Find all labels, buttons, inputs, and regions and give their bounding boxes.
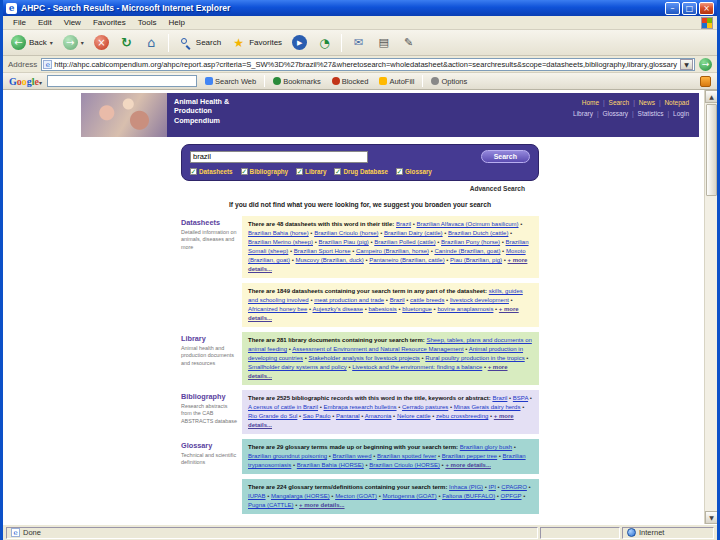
forward-dropdown-icon[interactable]: ▾ xyxy=(81,39,84,46)
compendium-search-button[interactable]: Search xyxy=(481,150,530,163)
result-link[interactable]: Brazilian Dutch (cattle) xyxy=(448,230,508,236)
result-link[interactable]: Brazilian glory bush xyxy=(460,444,512,450)
compendium-search-input[interactable] xyxy=(190,151,368,163)
result-link[interactable]: Smallholder dairy systems and policy xyxy=(248,364,347,370)
nav-link[interactable]: Glossary xyxy=(595,110,630,117)
result-link[interactable]: Brazilian Crioulo (horse) xyxy=(314,230,378,236)
nav-link[interactable]: Notepad xyxy=(657,99,691,106)
result-link[interactable]: Caninde (Brazilian, goat) xyxy=(434,248,500,254)
result-link[interactable]: Brazilian Merino (sheep) xyxy=(248,239,313,245)
menu-file[interactable]: File xyxy=(7,18,32,27)
maximize-button[interactable]: □ xyxy=(682,2,697,15)
menu-help[interactable]: Help xyxy=(162,18,190,27)
result-link[interactable]: Pugna (CATTLE) xyxy=(248,502,294,508)
checkbox-checked-icon[interactable] xyxy=(296,168,303,175)
search-scope-checkbox[interactable]: Library xyxy=(296,168,326,175)
result-link[interactable]: Brazilian Pony (horse) xyxy=(441,239,500,245)
result-link[interactable]: Muscovy (Brazilian, duck) xyxy=(295,257,363,263)
result-link[interactable]: Livestock and the environment: finding a… xyxy=(352,364,482,370)
result-link[interactable]: Stakeholder analysis for livestock proje… xyxy=(308,355,419,361)
search-scope-checkbox[interactable]: Datasheets xyxy=(190,168,233,175)
more-details-link[interactable]: + more details... xyxy=(445,462,491,468)
address-input[interactable] xyxy=(54,60,680,69)
result-link[interactable]: OPFGP xyxy=(501,493,522,499)
menu-tools[interactable]: Tools xyxy=(132,18,163,27)
google-options-button[interactable]: Options xyxy=(428,77,470,86)
menu-favorites[interactable]: Favorites xyxy=(87,18,132,27)
go-button[interactable]: → xyxy=(699,58,712,71)
stop-button[interactable]: × xyxy=(90,34,113,51)
result-link[interactable]: Pantaneiro (Brazilian, cattle) xyxy=(369,257,444,263)
google-dropdown-icon[interactable]: ▾ xyxy=(39,79,42,86)
checkbox-checked-icon[interactable] xyxy=(190,168,197,175)
scrollbar-thumb[interactable] xyxy=(706,104,717,196)
result-link[interactable]: Faltona (BUFFALO) xyxy=(442,493,495,499)
result-link[interactable]: Brazilian Alfavaca (Ocimum basilicum) xyxy=(417,221,519,227)
result-link[interactable]: Brazilian Dairy (cattle) xyxy=(384,230,443,236)
result-link[interactable]: BSPA xyxy=(513,395,528,401)
result-link[interactable]: Aujeszky's disease xyxy=(312,306,363,312)
result-link[interactable]: Brazilian Polled (cattle) xyxy=(374,239,435,245)
result-link[interactable]: Mortogenna (GOAT) xyxy=(382,493,436,499)
result-link[interactable]: bovine anaplasmosis xyxy=(437,306,493,312)
result-link[interactable]: Brazilian Sport Horse xyxy=(294,248,351,254)
nav-link[interactable]: Search xyxy=(601,99,631,106)
result-link[interactable]: A census of cattle in Brazil xyxy=(248,404,318,410)
result-link[interactable]: Cerrado pastures xyxy=(402,404,448,410)
checkbox-checked-icon[interactable] xyxy=(334,168,341,175)
google-bookmarks-button[interactable]: Bookmarks xyxy=(270,77,324,86)
checkbox-checked-icon[interactable] xyxy=(396,168,403,175)
refresh-button[interactable]: ↻ xyxy=(115,34,138,51)
result-link[interactable]: CPAGRO xyxy=(501,484,527,490)
result-link[interactable]: zebu crossbreeding xyxy=(436,413,488,419)
result-link[interactable]: Mangalarga (HORSE) xyxy=(271,493,330,499)
result-link[interactable]: Pantanal xyxy=(336,413,360,419)
mail-button[interactable]: ✉ xyxy=(347,34,370,51)
result-link[interactable]: Brazilian Crioulo (HORSE) xyxy=(369,462,440,468)
address-dropdown-button[interactable]: ▼ xyxy=(680,59,693,70)
result-link[interactable]: Minas Gerais dairy herds xyxy=(454,404,521,410)
print-button[interactable]: ▤ xyxy=(372,34,395,51)
menu-edit[interactable]: Edit xyxy=(32,18,58,27)
address-bar[interactable]: e ▼ xyxy=(41,58,695,71)
vertical-scrollbar[interactable]: ▲ ▼ xyxy=(704,90,717,524)
result-link[interactable]: Rural poultry production in the tropics xyxy=(425,355,524,361)
back-dropdown-icon[interactable]: ▾ xyxy=(50,39,53,46)
more-details-link[interactable]: + more details... xyxy=(299,502,345,508)
result-link[interactable]: Sao Paulo xyxy=(303,413,331,419)
edit-button[interactable]: ✎ xyxy=(397,34,420,51)
result-link[interactable]: Brazilian pepper tree xyxy=(442,453,497,459)
result-link[interactable]: Brazilian groundnut poisoning xyxy=(248,453,327,459)
minimize-button[interactable]: – xyxy=(665,2,680,15)
result-link[interactable]: Brazilian Bahia (HORSE) xyxy=(297,462,364,468)
back-button[interactable]: ← Back ▾ xyxy=(7,34,57,51)
scroll-down-button[interactable]: ▼ xyxy=(705,511,717,524)
result-link[interactable]: Embrapa research bulletins xyxy=(323,404,396,410)
nav-link[interactable]: News xyxy=(631,99,657,106)
result-link[interactable]: Campeiro (Brazilian, horse) xyxy=(356,248,429,254)
favorites-button[interactable]: ★ Favorites xyxy=(227,34,286,51)
google-search-input[interactable] xyxy=(47,75,197,87)
result-link[interactable]: Inhaca (PIG) xyxy=(449,484,483,490)
result-link[interactable]: Nelore cattle xyxy=(397,413,431,419)
result-link[interactable]: Piau (Brazilian, pig) xyxy=(450,257,502,263)
result-link[interactable]: Brazilian Piau (pig) xyxy=(318,239,368,245)
nav-link[interactable]: Login xyxy=(666,110,691,117)
scroll-up-button[interactable]: ▲ xyxy=(705,90,717,103)
media-button[interactable]: ▶ xyxy=(288,34,311,51)
nav-link[interactable]: Home xyxy=(580,99,601,106)
result-link[interactable]: cattle breeds xyxy=(410,297,444,303)
search-button[interactable]: Search xyxy=(174,34,225,51)
result-link[interactable]: Brazilian Bahia (horse) xyxy=(248,230,309,236)
result-link[interactable]: Brazilian weed xyxy=(333,453,372,459)
advanced-search-link[interactable]: Advanced Search xyxy=(181,185,525,192)
google-popup-blocker-button[interactable]: Blocked xyxy=(329,77,372,86)
history-button[interactable]: ◔ xyxy=(313,34,336,51)
result-link[interactable]: babesiosis xyxy=(368,306,396,312)
toolbar-extension-icon[interactable] xyxy=(700,76,711,87)
google-autofill-button[interactable]: AutoFill xyxy=(376,77,417,86)
nav-link[interactable]: Statistics xyxy=(630,110,666,117)
result-link[interactable]: Africanized honey bee xyxy=(248,306,307,312)
result-link[interactable]: Mecton (GOAT) xyxy=(335,493,377,499)
result-link[interactable]: Brazil xyxy=(390,297,405,303)
